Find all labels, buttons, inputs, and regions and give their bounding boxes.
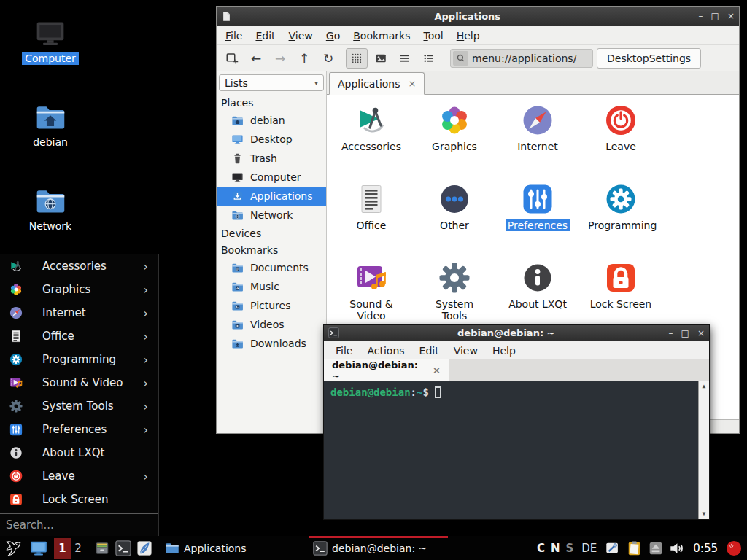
terminal-tab[interactable]: debian@debian: ~ × [324,359,449,381]
app-item-leave[interactable]: Leave [579,99,662,178]
sidebar-item-debian[interactable]: debian [217,111,326,130]
forward-button[interactable]: → [269,48,291,69]
terminal-content[interactable]: debian@debian:~$ ▲ ▼ [324,381,709,519]
menu-edit[interactable]: Edit [249,30,282,42]
app-item-office[interactable]: Office [330,178,413,257]
close-button[interactable]: × [727,12,735,20]
app-item-label: Other [438,219,471,231]
back-button[interactable]: ← [245,48,267,69]
desktop-icon-computer[interactable]: Computer [15,18,86,65]
quicklaunch-featherpad[interactable] [136,540,152,556]
eject-tray-icon[interactable] [649,541,663,556]
menu-item-preferences[interactable]: Preferences › [0,418,158,441]
menu-item-sound-video[interactable]: Sound & Video › [0,371,158,394]
desktop-icon-debian[interactable]: debian [15,101,86,149]
icon-view-button[interactable] [346,48,368,69]
indicator-caps[interactable]: C [537,542,545,555]
menu-bookmarks[interactable]: Bookmarks [347,30,417,42]
power-button-icon[interactable] [726,540,742,556]
minimize-button[interactable]: – [699,12,703,20]
volume-icon[interactable] [669,540,685,556]
search-input[interactable] [0,518,158,532]
sidebar-item-computer[interactable]: Computer [217,168,326,187]
task-terminal[interactable]: debian@debian: ~ [309,536,448,560]
sidebar-item-pictures[interactable]: Pictures [217,296,326,315]
refresh-button[interactable]: ↻ [317,48,339,69]
desktop-settings-button[interactable]: DesktopSettings [597,48,701,69]
app-item-programming[interactable]: Programming [579,178,662,257]
app-item-preferences[interactable]: Preferences [496,178,579,257]
clipboard-tray-icon[interactable] [627,540,643,556]
quicklaunch-terminal[interactable] [115,540,131,556]
menu-file[interactable]: File [328,345,360,357]
keyboard-layout[interactable]: DE [581,542,597,555]
start-menu-button[interactable] [4,539,23,558]
sidebar-item-trash[interactable]: Trash [217,149,326,168]
compact-view-button[interactable] [394,48,416,69]
tab-applications[interactable]: Applications × [329,72,425,95]
scrollbar-track[interactable] [699,392,709,509]
menu-item-label: About LXQt [42,446,104,459]
sidebar-item-downloads[interactable]: Downloads [217,334,326,353]
show-desktop-button[interactable] [29,539,48,558]
menu-view[interactable]: View [282,30,320,42]
address-bar[interactable]: menu://applications/ [450,49,593,68]
menu-file[interactable]: File [219,30,249,42]
scroll-up-icon[interactable]: ▲ [703,381,706,392]
sidebar-mode-select[interactable]: Lists ▾ [219,74,324,91]
terminal-titlebar[interactable]: debian@debian: ~ – □ × [324,325,709,341]
sidebar-item-documents[interactable]: Documents [217,258,326,277]
menu-help[interactable]: Help [485,345,523,357]
scroll-down-icon[interactable]: ▼ [703,509,706,519]
task-applications[interactable]: Applications [161,536,309,560]
terminal-scrollbar[interactable]: ▲ ▼ [698,381,709,519]
sidebar-item-music[interactable]: Music [217,277,326,296]
menu-actions[interactable]: Actions [360,345,411,357]
menu-go[interactable]: Go [320,30,347,42]
menu-item-leave[interactable]: Leave › [0,464,158,488]
desktop-pager-1[interactable]: 1 [54,538,71,559]
up-button[interactable]: ↑ [293,48,315,69]
maximize-button[interactable]: □ [711,12,719,20]
indicator-scroll[interactable]: S [565,542,573,555]
tab-close-icon[interactable]: × [409,78,417,89]
menu-item-office[interactable]: Office › [0,324,158,348]
menu-edit[interactable]: Edit [412,345,446,357]
clock[interactable]: 0:55 [693,542,718,555]
menu-help[interactable]: Help [450,30,487,42]
indicator-num[interactable]: N [551,542,560,555]
menu-item-lock-screen[interactable]: Lock Screen [0,488,158,511]
close-button[interactable]: × [697,329,705,338]
fm-titlebar[interactable]: Applications – □ × [217,7,739,26]
minimize-button[interactable]: – [669,329,673,338]
app-item-about-lxqt[interactable]: About LXQt [496,257,579,335]
sidebar-item-network[interactable]: Network [217,206,326,225]
detailed-view-button[interactable] [418,48,440,69]
menu-item-accessories[interactable]: Accessories › [0,254,158,278]
app-item-sound-video[interactable]: Sound & Video [330,257,413,335]
menu-item-system-tools[interactable]: System Tools › [0,394,158,418]
desktop-pager-2[interactable]: 2 [71,538,85,559]
app-item-internet[interactable]: Internet [496,99,579,178]
app-item-other[interactable]: Other [413,178,496,257]
app-item-accessories[interactable]: Accessories [330,99,413,178]
app-item-lock-screen[interactable]: Lock Screen [579,257,662,335]
app-item-system-tools[interactable]: System Tools [413,257,496,335]
screenshot-tray-icon[interactable] [605,540,621,556]
tab-close-icon[interactable]: × [433,365,441,376]
quicklaunch-file-manager[interactable] [94,540,110,556]
menu-item-internet[interactable]: Internet › [0,301,158,324]
new-tab-button[interactable] [221,48,243,69]
menu-tool[interactable]: Tool [417,30,449,42]
maximize-button[interactable]: □ [681,329,689,338]
desktop-icon-network[interactable]: Network [15,185,86,233]
menu-item-programming[interactable]: Programming › [0,348,158,371]
sidebar-item-applications[interactable]: Applications [217,187,326,206]
thumbnail-view-button[interactable] [370,48,392,69]
sidebar-item-desktop[interactable]: Desktop [217,130,326,149]
app-item-graphics[interactable]: Graphics [413,99,496,178]
menu-item-graphics[interactable]: Graphics › [0,278,158,301]
menu-item-about-lxqt[interactable]: About LXQt [0,441,158,464]
sidebar-item-videos[interactable]: Videos [217,315,326,334]
menu-view[interactable]: View [446,345,485,357]
